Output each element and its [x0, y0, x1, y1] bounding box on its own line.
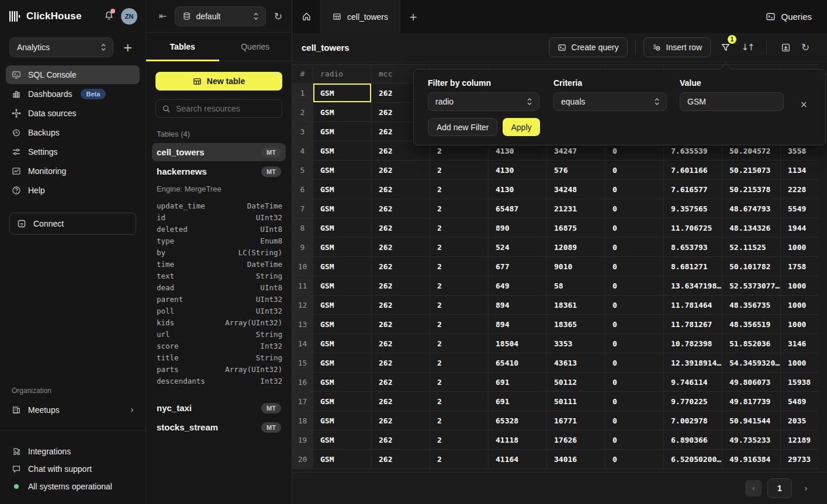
- grid-cell[interactable]: 262: [372, 276, 430, 295]
- grid-cell[interactable]: 0: [605, 392, 664, 411]
- grid-cell[interactable]: 0: [605, 411, 664, 430]
- grid-cell[interactable]: 3146: [781, 334, 818, 353]
- grid-cell[interactable]: 677: [489, 257, 547, 276]
- grid-cell[interactable]: 2228: [781, 180, 818, 199]
- grid-cell[interactable]: 2: [430, 450, 489, 468]
- grid-cell[interactable]: 2: [430, 315, 489, 333]
- grid-cell[interactable]: 50.941544: [722, 411, 781, 430]
- criteria-select[interactable]: equals: [553, 92, 667, 111]
- grid-cell[interactable]: GSM: [313, 276, 372, 295]
- grid-cell[interactable]: 2: [430, 218, 489, 237]
- table-item-cell-towers[interactable]: cell_towersMT: [152, 143, 286, 161]
- download-button[interactable]: [777, 39, 794, 56]
- grid-cell[interactable]: GSM: [313, 257, 372, 276]
- grid-cell[interactable]: 58: [547, 276, 605, 295]
- grid-cell[interactable]: 16875: [547, 218, 605, 237]
- grid-cell[interactable]: 49.817739: [722, 392, 781, 411]
- grid-cell[interactable]: 29733: [781, 450, 818, 468]
- grid-cell[interactable]: 2: [430, 238, 489, 256]
- grid-cell[interactable]: 10.782398: [664, 334, 722, 353]
- grid-cell[interactable]: 3353: [547, 334, 605, 353]
- grid-cell[interactable]: 48.356519: [722, 315, 781, 333]
- grid-cell[interactable]: 11.781267: [664, 315, 722, 333]
- grid-cell[interactable]: 262: [372, 334, 430, 353]
- grid-cell[interactable]: 6.890366: [664, 430, 722, 449]
- grid-cell[interactable]: 4130: [489, 161, 547, 179]
- footer-item-all-systems-operational[interactable]: All systems operational: [6, 478, 140, 495]
- grid-cell[interactable]: 0: [605, 218, 664, 237]
- grid-cell[interactable]: 2: [430, 430, 489, 449]
- grid-cell[interactable]: 0: [605, 430, 664, 449]
- grid-cell[interactable]: 17626: [547, 430, 605, 449]
- grid-cell[interactable]: 9.357565: [664, 199, 722, 218]
- org-item-meetups[interactable]: Meetups›: [6, 401, 140, 419]
- grid-cell[interactable]: 48.674793: [722, 199, 781, 218]
- grid-cell[interactable]: GSM: [313, 353, 372, 372]
- grid-cell[interactable]: 691: [489, 392, 547, 411]
- grid-cell[interactable]: 12189: [781, 430, 818, 449]
- insert-row-button[interactable]: Insert row: [643, 37, 711, 57]
- grid-cell[interactable]: 576: [547, 161, 605, 179]
- grid-cell[interactable]: 52.11525: [722, 238, 781, 256]
- grid-cell[interactable]: 65487: [489, 199, 547, 218]
- grid-cell[interactable]: 0: [605, 373, 664, 391]
- grid-cell[interactable]: 262: [372, 180, 430, 199]
- clickhouse-logo[interactable]: ClickHouse: [9, 11, 104, 22]
- grid-cell[interactable]: GSM: [313, 411, 372, 430]
- grid-cell[interactable]: 43613: [547, 353, 605, 372]
- new-tab-button[interactable]: +: [400, 0, 426, 33]
- grid-cell[interactable]: 262: [372, 238, 430, 256]
- grid-cell[interactable]: 50111: [547, 392, 605, 411]
- grid-cell[interactable]: 2: [430, 199, 489, 218]
- grid-cell[interactable]: 21231: [547, 199, 605, 218]
- grid-cell[interactable]: 7.601166: [664, 161, 722, 179]
- home-tab[interactable]: [292, 0, 320, 33]
- grid-cell[interactable]: 1000: [781, 238, 818, 256]
- grid-cell[interactable]: 50.215073: [722, 161, 781, 179]
- grid-cell[interactable]: 11.706725: [664, 218, 722, 237]
- grid-cell[interactable]: GSM: [313, 296, 372, 314]
- grid-cell[interactable]: 262: [372, 161, 430, 179]
- grid-cell[interactable]: 18365: [547, 315, 605, 333]
- grid-cell[interactable]: 48.134326: [722, 218, 781, 237]
- grid-cell[interactable]: 262: [372, 430, 430, 449]
- grid-cell[interactable]: 262: [372, 353, 430, 372]
- sidebar-item-settings[interactable]: Settings: [6, 142, 140, 161]
- grid-cell[interactable]: 262: [372, 411, 430, 430]
- explorer-tab-tables[interactable]: Tables: [146, 33, 219, 61]
- grid-cell[interactable]: 49.735233: [722, 430, 781, 449]
- grid-cell[interactable]: 0: [605, 180, 664, 199]
- grid-cell[interactable]: 9.770225: [664, 392, 722, 411]
- grid-cell[interactable]: 9.746114: [664, 373, 722, 391]
- grid-cell[interactable]: 890: [489, 218, 547, 237]
- grid-cell[interactable]: 34248: [547, 180, 605, 199]
- grid-cell[interactable]: 262: [372, 373, 430, 391]
- grid-cell[interactable]: 649: [489, 276, 547, 295]
- footer-item-integrations[interactable]: Integrations: [6, 443, 140, 460]
- grid-cell[interactable]: 2: [430, 276, 489, 295]
- grid-cell[interactable]: 16771: [547, 411, 605, 430]
- grid-cell[interactable]: 262: [372, 392, 430, 411]
- grid-cell[interactable]: 0: [605, 161, 664, 179]
- grid-cell[interactable]: 7.002978: [664, 411, 722, 430]
- grid-cell[interactable]: 15938: [781, 373, 818, 391]
- tab-cell-towers[interactable]: cell_towers: [320, 0, 400, 33]
- sort-button[interactable]: ↓↑: [739, 39, 756, 56]
- grid-cell[interactable]: 2035: [781, 411, 818, 430]
- grid-cell[interactable]: GSM: [313, 122, 372, 141]
- grid-cell[interactable]: 262: [372, 257, 430, 276]
- grid-cell[interactable]: 262: [372, 296, 430, 314]
- grid-cell[interactable]: 18504: [489, 334, 547, 353]
- connect-button[interactable]: Connect: [9, 213, 136, 235]
- grid-cell[interactable]: 262: [372, 199, 430, 218]
- grid-cell[interactable]: 0: [605, 276, 664, 295]
- grid-cell[interactable]: 2: [430, 296, 489, 314]
- grid-cell[interactable]: 12.3918914…: [664, 353, 722, 372]
- grid-cell[interactable]: 5549: [781, 199, 818, 218]
- grid-cell[interactable]: GSM: [313, 141, 372, 160]
- grid-cell[interactable]: 2: [430, 373, 489, 391]
- grid-cell[interactable]: 894: [489, 296, 547, 314]
- prev-page-button[interactable]: ‹: [745, 480, 762, 496]
- grid-cell[interactable]: 1000: [781, 276, 818, 295]
- grid-cell[interactable]: 50.215378: [722, 180, 781, 199]
